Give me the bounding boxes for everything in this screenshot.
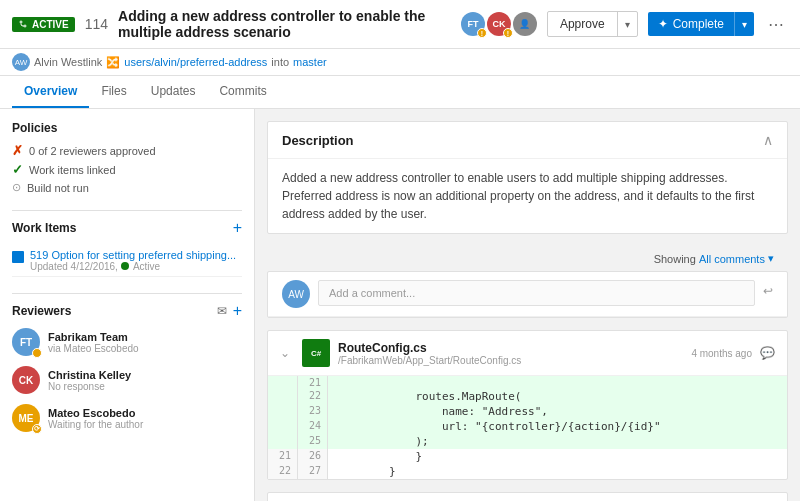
diff-old-num [268,434,298,449]
diff-old-num: 22 [268,464,298,479]
collapse-icon[interactable]: ∧ [763,132,773,148]
diff-row-23: 23 name: "Address", [268,404,787,419]
file-path: /FabrikamWeb/App_Start/RouteConfig.cs [338,355,521,366]
reviewer-sub-christina: No response [48,381,242,392]
file-expand-icon[interactable]: ⌄ [280,346,290,360]
target-branch-link[interactable]: master [293,56,327,68]
comment-input[interactable]: Add a comment... [318,280,755,306]
add-reviewer-button[interactable]: + [233,302,242,320]
complete-caret-icon[interactable]: ▾ [735,14,754,35]
reviewer-sub-fabrikam: via Mateo Escobedo [48,343,242,354]
policies-title: Policies [12,121,242,135]
diff-old-num: 21 [268,449,298,464]
policy-build: ⊙ Build not run [12,181,242,194]
branch-link[interactable]: users/alvin/preferred-address [124,56,267,68]
reviewer-info-christina: Christina Kelley No response [48,369,242,392]
active-badge: ACTIVE [12,17,75,32]
showing-label: Showing [654,253,696,265]
diff-new-num: 21 [298,376,328,389]
avatar-2: CK ! [487,12,511,36]
tab-commits[interactable]: Commits [207,76,278,108]
reviewer-fabrikam: FT Fabrikam Team via Mateo Escobedo [12,328,242,356]
work-item-details: 519 Option for setting preferred shippin… [30,249,236,272]
reviewer-info-mateo: Mateo Escobedo Waiting for the author [48,407,242,430]
avatar-1: FT ! [461,12,485,36]
nav-tabs: Overview Files Updates Commits [0,76,800,109]
comments-filter-link[interactable]: All comments [699,253,765,265]
code-diff: 21 22 routes.MapRoute( 23 name: "Address… [268,376,787,479]
work-item-row: 519 Option for setting preferred shippin… [12,245,242,277]
policy-reviewers: ✗ 0 of 2 reviewers approved [12,143,242,158]
diff-old-num [268,404,298,419]
comment-reply-icon: ↩ [763,284,773,298]
work-item-icon [12,251,24,263]
policy-check-icon: ✓ [12,162,23,177]
policy-build-text: Build not run [27,182,89,194]
pr-title: Adding a new address controller to enabl… [118,8,451,40]
user-avatar: AW [12,53,30,71]
diff-old-num [268,389,298,404]
reviewer-badge-fabrikam [32,348,42,358]
description-body: Added a new address controller to enable… [268,159,787,233]
policy-x-icon: ✗ [12,143,23,158]
reviewer-name-fabrikam: Fabrikam Team [48,331,242,343]
description-card: Description ∧ Added a new address contro… [267,121,788,234]
work-item-link[interactable]: 519 Option for setting preferred shippin… [30,249,236,261]
diff-content: name: "Address", [328,404,787,419]
reviewer-info-fabrikam: Fabrikam Team via Mateo Escobedo [48,331,242,354]
christina-comment-header: CK Christina Kelley 8/12/2016 Active ▾ [268,493,787,501]
diff-content: routes.MapRoute( [328,389,787,404]
diff-content [328,376,787,389]
main-content: Policies ✗ 0 of 2 reviewers approved ✓ W… [0,109,800,501]
tab-updates[interactable]: Updates [139,76,208,108]
comments-filter-bar: Showing All comments ▾ [267,246,788,271]
diff-row-21: 21 [268,376,787,389]
description-header: Description ∧ [268,122,787,159]
diff-content: } [328,449,787,464]
work-item-status-dot [121,262,129,270]
user-info: AW Alvin Westlink [12,53,102,71]
file-comment-icon[interactable]: 💬 [760,346,775,360]
file-diff-card: ⌄ C# RouteConfig.cs /FabrikamWeb/App_Sta… [267,330,788,480]
file-info: RouteConfig.cs /FabrikamWeb/App_Start/Ro… [338,341,521,366]
top-bar: ACTIVE 114 Adding a new address controll… [0,0,800,49]
add-work-item-button[interactable]: + [233,219,242,237]
complete-button[interactable]: ✦ Complete ▾ [648,12,754,36]
approve-label[interactable]: Approve [548,12,618,36]
diff-row-27: 22 27 } [268,464,787,479]
comment-box: AW Add a comment... ↩ [268,272,787,317]
reviewer-name-mateo: Mateo Escobedo [48,407,242,419]
policy-work-items-text: Work items linked [29,164,116,176]
description-title: Description [282,133,354,148]
diff-new-num: 23 [298,404,328,419]
reviewer-name-christina: Christina Kelley [48,369,242,381]
diff-content: url: "{controller}/{action}/{id}" [328,419,787,434]
tab-overview[interactable]: Overview [12,76,89,108]
reviewers-section: Reviewers ✉ + FT Fabrikam Team via Mateo… [12,302,242,432]
policies-section: Policies ✗ 0 of 2 reviewers approved ✓ W… [12,121,242,194]
file-name: RouteConfig.cs [338,341,521,355]
approve-caret-icon[interactable]: ▾ [618,14,637,35]
complete-plus-icon: ✦ [658,17,668,31]
work-item-meta: Updated 4/12/2016, Active [30,261,236,272]
reviewer-avatar-mateo: ME ⟳ [12,404,40,432]
approve-button[interactable]: Approve ▾ [547,11,638,37]
work-items-title: Work Items + [12,219,242,237]
diff-new-num: 27 [298,464,328,479]
diff-old-num [268,376,298,389]
email-reviewers-button[interactable]: ✉ [217,302,227,320]
reviewer-badge-mateo: ⟳ [32,424,42,434]
reviewer-mateo: ME ⟳ Mateo Escobedo Waiting for the auth… [12,404,242,432]
sidebar: Policies ✗ 0 of 2 reviewers approved ✓ W… [0,109,255,501]
complete-label[interactable]: ✦ Complete [648,12,735,36]
divider-1 [12,210,242,211]
reviewer-avatar-christina: CK [12,366,40,394]
filter-caret-icon[interactable]: ▾ [768,252,774,265]
policy-work-items: ✓ Work items linked [12,162,242,177]
work-items-section: Work Items + 519 Option for setting pref… [12,219,242,277]
right-content: Description ∧ Added a new address contro… [255,109,800,501]
pr-number: 114 [85,16,108,32]
reviewer-avatars: FT ! CK ! 👤 [461,12,537,36]
more-options-button[interactable]: ⋯ [764,15,788,34]
tab-files[interactable]: Files [89,76,138,108]
